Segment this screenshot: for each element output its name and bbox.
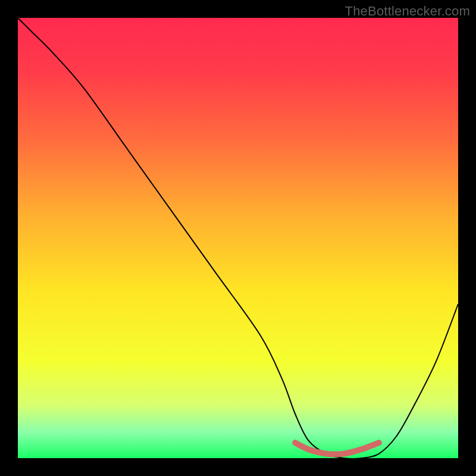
watermark-text: TheBottlenecker.com	[345, 4, 470, 19]
chart-background	[18, 18, 458, 458]
chart-svg	[18, 18, 458, 458]
chart-plot-area	[18, 18, 458, 458]
